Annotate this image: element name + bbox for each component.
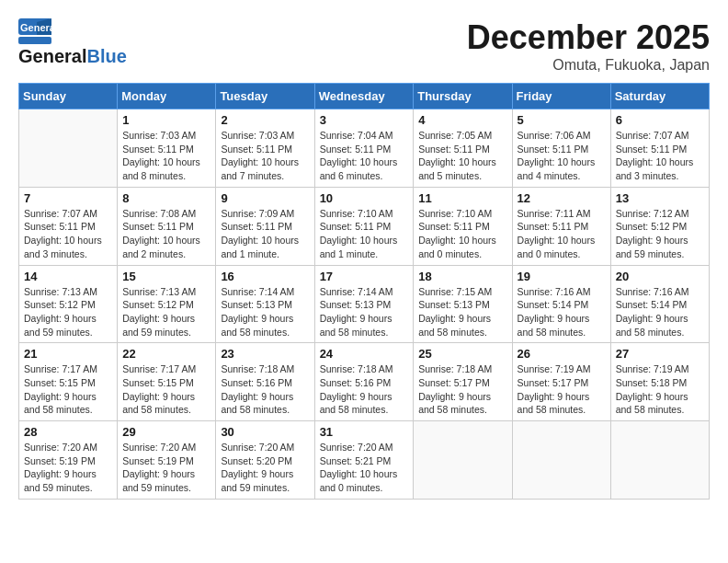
day-info: Sunrise: 7:20 AM Sunset: 5:19 PM Dayligh… [122, 441, 210, 495]
day-number: 11 [418, 191, 506, 205]
day-info: Sunrise: 7:10 AM Sunset: 5:11 PM Dayligh… [320, 207, 409, 261]
day-number: 31 [320, 425, 409, 439]
day-info: Sunrise: 7:13 AM Sunset: 5:12 PM Dayligh… [24, 285, 112, 339]
logo-icon: General [18, 18, 51, 44]
day-number: 14 [24, 270, 112, 283]
day-number: 15 [122, 270, 210, 283]
calendar-cell: 25Sunrise: 7:18 AM Sunset: 5:17 PM Dayli… [414, 343, 512, 421]
day-number: 5 [518, 113, 606, 127]
weekday-header-saturday: Saturday [610, 84, 709, 109]
calendar-cell: 12Sunrise: 7:11 AM Sunset: 5:11 PM Dayli… [512, 187, 610, 265]
calendar-week-row: 21Sunrise: 7:17 AM Sunset: 5:15 PM Dayli… [19, 343, 710, 421]
calendar-cell: 20Sunrise: 7:16 AM Sunset: 5:14 PM Dayli… [610, 265, 709, 343]
weekday-header-sunday: Sunday [19, 84, 118, 109]
day-info: Sunrise: 7:17 AM Sunset: 5:15 PM Dayligh… [122, 362, 210, 417]
calendar-cell: 11Sunrise: 7:10 AM Sunset: 5:11 PM Dayli… [414, 187, 512, 265]
day-number: 28 [24, 425, 112, 439]
calendar-cell: 26Sunrise: 7:19 AM Sunset: 5:17 PM Dayli… [512, 343, 610, 421]
day-number: 26 [518, 347, 606, 361]
calendar-cell: 18Sunrise: 7:15 AM Sunset: 5:13 PM Dayli… [414, 265, 512, 343]
day-number: 8 [122, 191, 210, 205]
calendar-week-row: 28Sunrise: 7:20 AM Sunset: 5:19 PM Dayli… [19, 421, 710, 500]
day-info: Sunrise: 7:06 AM Sunset: 5:11 PM Dayligh… [518, 129, 606, 183]
day-info: Sunrise: 7:13 AM Sunset: 5:12 PM Dayligh… [122, 285, 210, 339]
calendar-cell: 15Sunrise: 7:13 AM Sunset: 5:12 PM Dayli… [118, 265, 216, 343]
day-number: 12 [518, 191, 606, 205]
day-info: Sunrise: 7:20 AM Sunset: 5:19 PM Dayligh… [24, 441, 112, 495]
calendar-cell: 17Sunrise: 7:14 AM Sunset: 5:13 PM Dayli… [314, 265, 414, 343]
day-number: 2 [221, 113, 309, 127]
calendar-cell: 10Sunrise: 7:10 AM Sunset: 5:11 PM Dayli… [314, 187, 414, 265]
day-number: 4 [418, 113, 506, 127]
calendar-cell: 30Sunrise: 7:20 AM Sunset: 5:20 PM Dayli… [216, 421, 314, 500]
calendar-cell: 6Sunrise: 7:07 AM Sunset: 5:11 PM Daylig… [610, 109, 709, 188]
day-info: Sunrise: 7:07 AM Sunset: 5:11 PM Dayligh… [24, 207, 112, 261]
calendar-week-row: 14Sunrise: 7:13 AM Sunset: 5:12 PM Dayli… [19, 265, 710, 343]
svg-rect-2 [18, 37, 51, 44]
weekday-header-row: SundayMondayTuesdayWednesdayThursdayFrid… [19, 84, 710, 109]
day-number: 23 [221, 347, 309, 361]
calendar-cell: 4Sunrise: 7:05 AM Sunset: 5:11 PM Daylig… [414, 109, 512, 188]
weekday-header-wednesday: Wednesday [314, 84, 414, 109]
day-info: Sunrise: 7:20 AM Sunset: 5:21 PM Dayligh… [320, 441, 409, 495]
calendar-cell: 2Sunrise: 7:03 AM Sunset: 5:11 PM Daylig… [216, 109, 314, 188]
day-info: Sunrise: 7:08 AM Sunset: 5:11 PM Dayligh… [122, 207, 210, 261]
day-info: Sunrise: 7:16 AM Sunset: 5:14 PM Dayligh… [518, 285, 606, 339]
day-number: 29 [122, 425, 210, 439]
logo-blue: Blue [86, 46, 126, 67]
weekday-header-thursday: Thursday [414, 84, 512, 109]
day-number: 30 [221, 425, 309, 439]
calendar-cell: 21Sunrise: 7:17 AM Sunset: 5:15 PM Dayli… [19, 343, 118, 421]
day-number: 18 [418, 270, 506, 283]
day-info: Sunrise: 7:03 AM Sunset: 5:11 PM Dayligh… [122, 129, 210, 183]
calendar-cell: 13Sunrise: 7:12 AM Sunset: 5:12 PM Dayli… [610, 187, 709, 265]
day-info: Sunrise: 7:03 AM Sunset: 5:11 PM Dayligh… [221, 129, 309, 183]
weekday-header-tuesday: Tuesday [216, 84, 314, 109]
calendar-cell: 31Sunrise: 7:20 AM Sunset: 5:21 PM Dayli… [314, 421, 414, 500]
svg-text:General: General [20, 22, 51, 33]
day-number: 1 [122, 113, 210, 127]
calendar-cell: 7Sunrise: 7:07 AM Sunset: 5:11 PM Daylig… [19, 187, 118, 265]
calendar-cell: 5Sunrise: 7:06 AM Sunset: 5:11 PM Daylig… [512, 109, 610, 188]
calendar-cell [610, 421, 709, 500]
day-number: 19 [518, 270, 606, 283]
logo: General General Blue [18, 18, 127, 67]
day-info: Sunrise: 7:14 AM Sunset: 5:13 PM Dayligh… [221, 285, 309, 339]
day-info: Sunrise: 7:12 AM Sunset: 5:12 PM Dayligh… [616, 207, 704, 261]
day-info: Sunrise: 7:15 AM Sunset: 5:13 PM Dayligh… [418, 285, 506, 339]
day-number: 10 [320, 191, 409, 205]
page-header: General General Blue December 2025 Omuta… [18, 18, 710, 74]
calendar-cell: 16Sunrise: 7:14 AM Sunset: 5:13 PM Dayli… [216, 265, 314, 343]
day-info: Sunrise: 7:07 AM Sunset: 5:11 PM Dayligh… [616, 129, 704, 183]
calendar-cell: 1Sunrise: 7:03 AM Sunset: 5:11 PM Daylig… [118, 109, 216, 188]
day-number: 13 [616, 191, 704, 205]
day-number: 9 [221, 191, 309, 205]
calendar-cell: 24Sunrise: 7:18 AM Sunset: 5:16 PM Dayli… [314, 343, 414, 421]
month-title: December 2025 [467, 18, 710, 57]
day-info: Sunrise: 7:19 AM Sunset: 5:17 PM Dayligh… [518, 362, 606, 417]
day-number: 25 [418, 347, 506, 361]
day-info: Sunrise: 7:16 AM Sunset: 5:14 PM Dayligh… [616, 285, 704, 339]
calendar-cell [414, 421, 512, 500]
day-info: Sunrise: 7:04 AM Sunset: 5:11 PM Dayligh… [320, 129, 409, 183]
day-info: Sunrise: 7:19 AM Sunset: 5:18 PM Dayligh… [616, 362, 704, 417]
calendar-week-row: 1Sunrise: 7:03 AM Sunset: 5:11 PM Daylig… [19, 109, 710, 188]
day-number: 6 [616, 113, 704, 127]
calendar-cell: 14Sunrise: 7:13 AM Sunset: 5:12 PM Dayli… [19, 265, 118, 343]
day-info: Sunrise: 7:18 AM Sunset: 5:16 PM Dayligh… [320, 362, 409, 417]
calendar-cell: 29Sunrise: 7:20 AM Sunset: 5:19 PM Dayli… [118, 421, 216, 500]
calendar-cell [512, 421, 610, 500]
calendar-cell: 9Sunrise: 7:09 AM Sunset: 5:11 PM Daylig… [216, 187, 314, 265]
day-number: 27 [616, 347, 704, 361]
day-number: 3 [320, 113, 409, 127]
day-number: 22 [122, 347, 210, 361]
day-info: Sunrise: 7:14 AM Sunset: 5:13 PM Dayligh… [320, 285, 409, 339]
calendar-cell [19, 109, 118, 188]
day-number: 7 [24, 191, 112, 205]
day-info: Sunrise: 7:18 AM Sunset: 5:17 PM Dayligh… [418, 362, 506, 417]
day-info: Sunrise: 7:18 AM Sunset: 5:16 PM Dayligh… [221, 362, 309, 417]
day-info: Sunrise: 7:10 AM Sunset: 5:11 PM Dayligh… [418, 207, 506, 261]
day-number: 16 [221, 270, 309, 283]
day-info: Sunrise: 7:11 AM Sunset: 5:11 PM Dayligh… [518, 207, 606, 261]
day-number: 17 [320, 270, 409, 283]
